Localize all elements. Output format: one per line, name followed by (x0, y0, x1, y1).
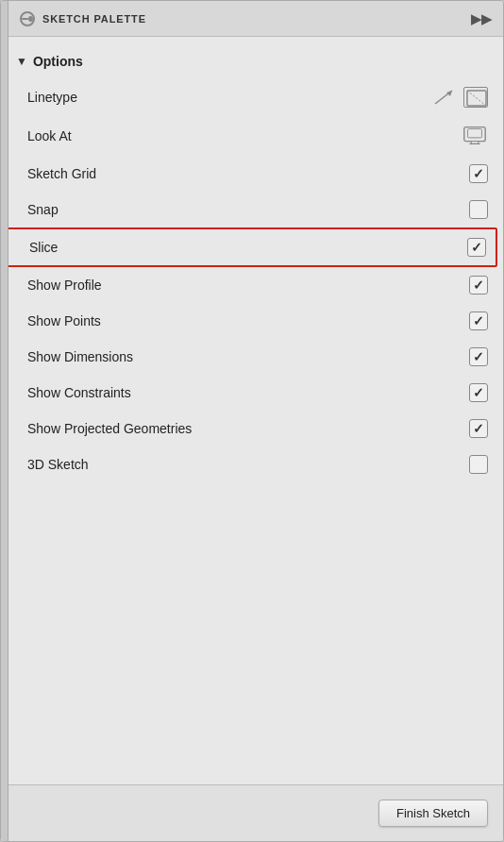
slice-checkbox[interactable] (467, 238, 486, 257)
panel-header: SKETCH PALETTE ▶▶ (1, 1, 503, 37)
3d-sketch-controls (469, 455, 488, 474)
option-row-3d-sketch: 3D Sketch (1, 446, 503, 482)
show-points-label: Show Points (27, 313, 101, 328)
sketch-grid-controls (469, 164, 488, 183)
slice-label: Slice (29, 240, 58, 255)
circle-minus-icon[interactable] (20, 11, 35, 26)
snap-label: Snap (27, 202, 59, 217)
panel-title: SKETCH PALETTE (42, 13, 146, 25)
show-projected-geometries-label: Show Projected Geometries (27, 421, 192, 436)
svg-line-3 (467, 91, 486, 106)
show-dimensions-controls (469, 347, 488, 366)
finish-sketch-button[interactable]: Finish Sketch (378, 800, 488, 827)
3d-sketch-checkbox[interactable] (469, 455, 488, 474)
sketch-grid-checkbox[interactable] (469, 164, 488, 183)
header-right: ▶▶ (471, 11, 492, 26)
look-at-controls (462, 125, 488, 147)
look-at-icon[interactable] (462, 125, 488, 147)
option-row-show-constraints: Show Constraints (1, 375, 503, 411)
linetype-arrow-icon[interactable] (431, 87, 458, 108)
linetype-rect-icon[interactable] (463, 87, 488, 108)
sketch-grid-label: Sketch Grid (27, 166, 96, 181)
show-constraints-checkbox[interactable] (469, 383, 488, 402)
show-projected-geometries-controls (469, 419, 488, 438)
section-header: ▼ Options (1, 48, 503, 78)
snap-controls (469, 200, 488, 219)
show-profile-controls (469, 276, 488, 295)
option-row-show-dimensions: Show Dimensions (1, 339, 503, 375)
header-left: SKETCH PALETTE (20, 11, 146, 26)
show-constraints-label: Show Constraints (27, 385, 131, 400)
look-at-label: Look At (27, 128, 72, 143)
option-row-linetype: Linetype (1, 78, 503, 116)
show-profile-label: Show Profile (27, 278, 102, 293)
show-points-controls (469, 312, 488, 330)
option-row-show-points: Show Points (1, 303, 503, 339)
option-row-slice: Slice (7, 227, 497, 267)
options-section: ▼ Options Linetype (1, 37, 503, 784)
show-profile-checkbox[interactable] (469, 276, 488, 295)
left-edge-decoration (1, 1, 8, 841)
sketch-palette-panel: SKETCH PALETTE ▶▶ ▼ Options Linetype (0, 0, 504, 842)
show-dimensions-checkbox[interactable] (469, 347, 488, 366)
option-row-show-projected-geometries: Show Projected Geometries (1, 411, 503, 446)
snap-checkbox[interactable] (469, 200, 488, 219)
option-row-show-profile: Show Profile (1, 267, 503, 303)
option-row-sketch-grid: Sketch Grid (1, 156, 503, 192)
forward-arrows-icon[interactable]: ▶▶ (471, 11, 492, 26)
show-constraints-controls (469, 383, 488, 402)
panel-body: ▼ Options Linetype (1, 37, 503, 784)
show-points-checkbox[interactable] (469, 312, 488, 330)
section-title: Options (33, 54, 83, 69)
option-row-look-at: Look At (1, 116, 503, 156)
option-row-snap: Snap (1, 192, 503, 227)
panel-footer: Finish Sketch (1, 784, 503, 841)
show-dimensions-label: Show Dimensions (27, 349, 133, 364)
linetype-label: Linetype (27, 90, 77, 105)
3d-sketch-label: 3D Sketch (27, 457, 89, 472)
collapse-triangle-icon[interactable]: ▼ (16, 55, 27, 68)
show-projected-geometries-checkbox[interactable] (469, 419, 488, 438)
svg-marker-1 (446, 91, 452, 96)
linetype-controls (431, 87, 488, 108)
slice-controls (467, 238, 486, 257)
